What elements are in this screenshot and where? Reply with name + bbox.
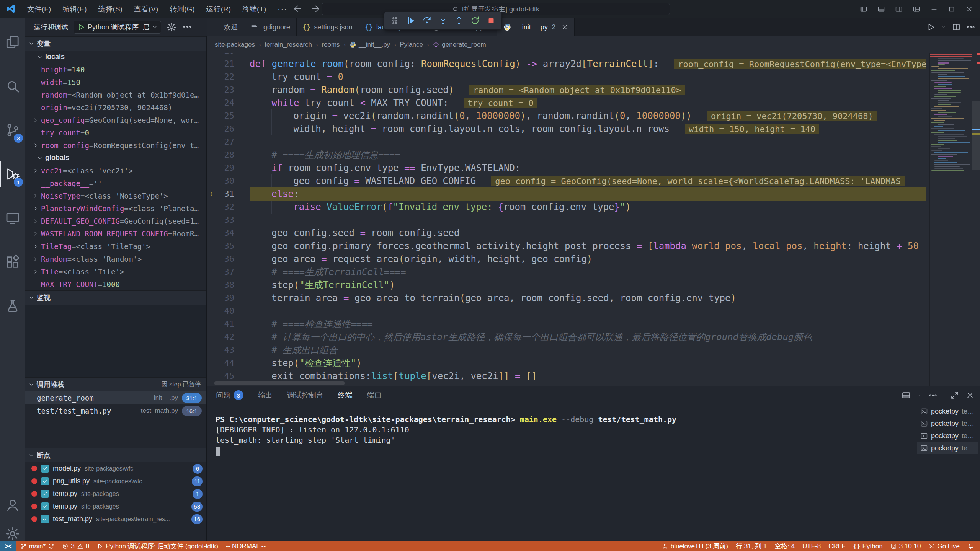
more-actions-icon[interactable] — [182, 22, 192, 32]
more-editor-actions[interactable] — [966, 23, 975, 32]
breakpoint-checkbox[interactable] — [41, 502, 49, 510]
panel-layout-button[interactable] — [902, 391, 911, 400]
scope-globals[interactable]: globals — [25, 152, 206, 164]
breakpoint-row[interactable]: png_utils.pysite-packages\wfc11 — [25, 475, 206, 487]
menu-item[interactable]: 运行(R) — [201, 0, 237, 18]
activity-accounts[interactable] — [0, 492, 25, 518]
menu-item[interactable]: 终端(T) — [237, 0, 272, 18]
variable-WASTELAND_ROOM_REQUEST_CONFIG[interactable]: WASTELAND_ROOM_REQUEST_CONFIG = RoomR… — [25, 227, 206, 240]
code-line-42[interactable]: 42# 计算每一个出口的中心，然后使用astar生成路径，确保每一个出口组合都可… — [207, 331, 926, 344]
terminal-list-item[interactable]: pocketpy te… — [917, 417, 978, 430]
code-line-28[interactable]: 28# ====生成初始地理信息==== — [207, 148, 926, 161]
variable-room_config[interactable]: room_config = RoomRequestConfig(env_t… — [25, 139, 206, 152]
toggle-panel-button[interactable] — [874, 2, 889, 17]
breakpoints-section-header[interactable]: 断点 — [25, 448, 206, 462]
variable-origin[interactable]: origin = vec2i(7205730, 9024468) — [25, 101, 206, 114]
language-mode[interactable]: {}Python — [849, 541, 887, 551]
code-line-40[interactable]: 40 — [207, 305, 926, 318]
variable-width[interactable]: width = 150 — [25, 76, 206, 88]
run-dropdown-icon[interactable] — [941, 24, 946, 30]
toggle-sidebar-button[interactable] — [856, 2, 871, 17]
variable-Random[interactable]: Random = <class 'Random'> — [25, 253, 206, 265]
debug-settings-gear-icon[interactable] — [167, 22, 176, 32]
code-editor[interactable]: 2021def generate_room(room_config: RoomR… — [207, 53, 980, 386]
remote-indicator[interactable]: >< — [0, 541, 16, 551]
close-icon[interactable] — [561, 24, 568, 31]
step-out-button[interactable] — [452, 14, 466, 27]
activity-extensions[interactable] — [0, 249, 25, 276]
problems[interactable]: 30 — [58, 541, 93, 551]
notifications[interactable] — [964, 541, 978, 551]
breadcrumb-item[interactable]: rooms — [322, 41, 340, 49]
menu-item[interactable]: 转到(G) — [164, 0, 200, 18]
overview-ruler[interactable] — [972, 53, 980, 386]
variables-section-header[interactable]: 变量 — [25, 36, 206, 51]
variable-__package__[interactable]: __package__ = '' — [25, 177, 206, 189]
variable-TileTag[interactable]: TileTag = <class 'TileTag'> — [25, 240, 206, 253]
tab--gdignore[interactable]: .gdignore — [244, 18, 297, 36]
variable-try_count[interactable]: try_count = 0 — [25, 126, 206, 139]
breakpoint-row[interactable]: test_math.pysite-packages\terrain_res...… — [25, 513, 206, 525]
variable-NoiseType[interactable]: NoiseType = <class 'NoiseType'> — [25, 189, 206, 202]
maximize-button[interactable] — [944, 2, 959, 17]
menu-item[interactable]: 编辑(E) — [57, 0, 92, 18]
debug-session[interactable]: Python 调试程序: 启动文件 (godot-ldtk) — [93, 541, 222, 551]
minimize-button[interactable] — [926, 2, 942, 17]
horizontal-scrollbar[interactable] — [214, 381, 345, 385]
variable-MAX_TRY_COUNT[interactable]: MAX_TRY_COUNT = 1000 — [25, 278, 206, 290]
code-line-21[interactable]: 21def generate_room(room_config: RoomReq… — [207, 57, 926, 70]
call-stack-section-header[interactable]: 调用堆栈因 step 已暂停 — [25, 377, 206, 391]
menu-item[interactable]: 文件(F) — [21, 0, 57, 18]
menu-item[interactable]: 选择(S) — [93, 0, 128, 18]
cursor-position[interactable]: 行 31, 列 1 — [732, 541, 771, 551]
step-over-button[interactable] — [420, 14, 433, 27]
breakpoint-checkbox[interactable] — [41, 515, 49, 523]
activity-source-control[interactable]: 3 — [0, 117, 25, 143]
terminal[interactable]: PS C:\computer_science\godot-ldtk\site-p… — [207, 404, 917, 542]
activity-testing[interactable] — [0, 293, 25, 320]
eol[interactable]: CRLF — [825, 541, 849, 551]
terminal-list-item[interactable]: pocketpy te… — [917, 430, 978, 442]
code-line-25[interactable]: 25origin = vec2i(random.randint(0, 10000… — [207, 109, 926, 122]
breadcrumb-item[interactable]: Pylance — [400, 41, 423, 49]
code-line-45[interactable]: 45exit_combinations:list[tuple[vec2i, ve… — [207, 370, 926, 383]
code-line-41[interactable]: 41# ====检查连通性==== — [207, 318, 926, 331]
code-line-31[interactable]: 31else: — [207, 187, 926, 201]
panel-tab-调试控制台[interactable]: 调试控制台 — [287, 386, 323, 404]
panel-tab-端口[interactable]: 端口 — [367, 386, 382, 404]
stack-frame[interactable]: generate_room__init__.py31:1 — [25, 391, 206, 404]
tab--[interactable]: 欢迎 — [207, 18, 244, 36]
code-line-26[interactable]: 26width, height = room_config.layout.n_c… — [207, 122, 926, 135]
breakpoint-row[interactable]: temp.pysite-packages58 — [25, 500, 206, 513]
terminal-list-item[interactable]: pocketpy te… — [917, 405, 978, 417]
indentation[interactable]: 空格: 4 — [771, 541, 799, 551]
stack-frame[interactable]: test/test_math.pytest_math.py16:1 — [25, 404, 206, 417]
variable-vec2i[interactable]: vec2i = <class 'vec2i'> — [25, 164, 206, 177]
code-line-29[interactable]: 29if room_config.env_type == EnvType.WAS… — [207, 161, 926, 174]
watch-section-header[interactable]: 监视 — [25, 290, 206, 305]
breakpoint-row[interactable]: model.pysite-packages\wfc6 — [25, 462, 206, 475]
code-line-20[interactable]: 20 — [207, 53, 926, 57]
code-line-34[interactable]: 34geo_config.seed = room_config.seed — [207, 227, 926, 240]
variable-PlanetaryWindConfig[interactable]: PlanetaryWindConfig = <class 'Planeta… — [25, 202, 206, 215]
split-editor-button[interactable] — [952, 23, 961, 32]
restart-button[interactable] — [469, 14, 482, 27]
breadcrumb-item[interactable]: site-packages — [215, 41, 255, 49]
variable-random[interactable]: random = <Random object at 0x1bf9d01e… — [25, 88, 206, 101]
close-panel-button[interactable] — [965, 391, 975, 400]
toggle-secondary-sidebar-button[interactable] — [891, 2, 906, 17]
code-line-35[interactable]: 35geo_config.primary_forces.geothermal_a… — [207, 240, 926, 253]
menu-item[interactable]: 查看(V) — [128, 0, 164, 18]
nav-arrow-right[interactable] — [310, 4, 320, 14]
code-line-37[interactable]: 37# ====生成TerrainCell==== — [207, 266, 926, 279]
panel-tab-问题[interactable]: 问题3 — [216, 386, 243, 404]
scope-locals[interactable]: locals — [25, 51, 206, 63]
variable-Tile[interactable]: Tile = <class 'Tile'> — [25, 265, 206, 278]
scrollbar-thumb[interactable] — [972, 101, 980, 170]
breakpoint-row[interactable]: temp.pysite-packages1 — [25, 487, 206, 500]
breadcrumb-item[interactable]: generate_room — [433, 41, 486, 49]
minimap[interactable] — [929, 53, 972, 386]
go-live[interactable]: Go Live — [924, 541, 964, 551]
maximize-panel-button[interactable] — [950, 391, 959, 400]
variable-DEFAULT_GEO_CONFIG[interactable]: DEFAULT_GEO_CONFIG = GeoConfig(seed=1… — [25, 215, 206, 227]
